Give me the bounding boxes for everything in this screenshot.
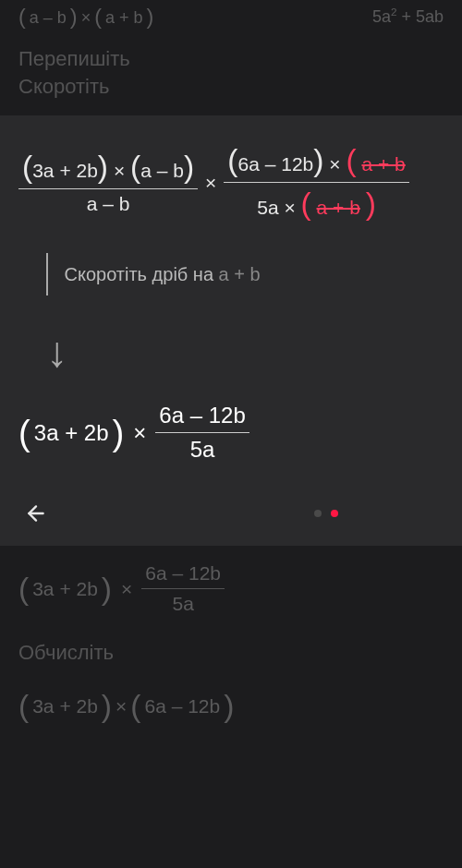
dimmed-bottom-section: (3a + 2b) × 6a – 12b 5a Обчисліть (3a + … <box>0 562 462 724</box>
heading-compute: Обчисліть <box>18 641 444 665</box>
back-button[interactable] <box>22 500 50 527</box>
next-step-expr-2: (3a + 2b) × (6a – 12b) <box>18 689 444 724</box>
page-dot-1[interactable] <box>314 510 322 517</box>
page-indicator <box>314 510 338 517</box>
step-explanation-text: Скоротіть дріб на <box>65 264 214 284</box>
step-explanation-term: a + b <box>219 264 261 284</box>
main-expression-after: (3a + 2b) × 6a – 12b 5a <box>18 403 444 463</box>
arrow-down-icon: ↓ <box>46 327 444 377</box>
step-explanation-row: Скоротіть дріб на a + b <box>46 253 444 295</box>
main-expression-before: (3a + 2b) × (a – b) a – b × (6a – 12b) ×… <box>18 143 444 222</box>
heading-reduce: Скоротіть <box>18 75 444 99</box>
cancelled-term-den: a + b <box>317 197 360 218</box>
page-dot-2[interactable] <box>331 510 338 517</box>
prev-step-left-expr: (a – b) × (a + b) <box>18 6 153 30</box>
heading-rewrite: Перепишіть <box>18 47 444 71</box>
dimmed-top-section: (a – b) × (a + b) 5a2 + 5ab Перепишіть С… <box>0 0 462 99</box>
cancelled-term-num: a + b <box>361 153 405 175</box>
step-nav-row <box>18 500 444 527</box>
prev-step-right-expr: 5a2 + 5ab <box>372 6 444 27</box>
main-step-panel: (3a + 2b) × (a – b) a – b × (6a – 12b) ×… <box>0 115 462 546</box>
next-step-expr-1: (3a + 2b) × 6a – 12b 5a <box>18 562 444 615</box>
